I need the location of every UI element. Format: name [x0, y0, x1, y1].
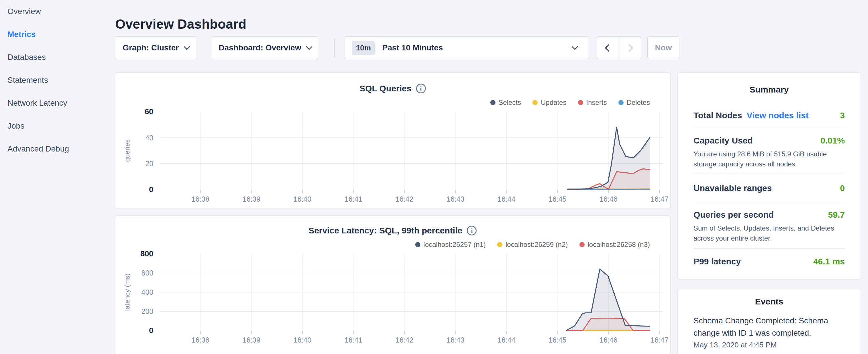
toolbar-divider [334, 38, 335, 58]
svg-text:16:46: 16:46 [599, 195, 618, 203]
svg-text:16:46: 16:46 [599, 336, 618, 344]
events-panel-title: Events [678, 297, 861, 307]
svg-text:200: 200 [141, 307, 153, 315]
summary-row-description: Sum of Selects, Updates, Inserts, and De… [693, 223, 845, 243]
now-button[interactable]: Now [647, 36, 679, 59]
time-pager [597, 36, 641, 59]
legend-item: Selects [490, 99, 521, 106]
legend-dot-icon [580, 242, 585, 247]
events-panel: Events Schema Change Completed: Schema c… [677, 289, 861, 354]
summary-row-value: 46.1 ms [813, 257, 845, 266]
time-range-badge: 10m [352, 41, 375, 55]
dashboard-dropdown[interactable]: Dashboard: Overview [212, 36, 318, 59]
svg-text:16:41: 16:41 [344, 336, 363, 344]
legend-item: Updates [532, 99, 566, 106]
legend-item: localhost:26258 (n3) [580, 240, 650, 249]
svg-text:16:39: 16:39 [242, 195, 260, 203]
legend-dot-icon [490, 100, 495, 105]
svg-text:16:47: 16:47 [651, 195, 669, 203]
chart-title: SQL Queries [359, 84, 411, 93]
chart-legend: SelectsUpdatesInsertsDeletes [490, 99, 650, 106]
summary-row-label: Unavailable ranges [693, 183, 772, 193]
chevron-right-icon [625, 44, 633, 52]
event-text: Schema Change Completed: Schema change w… [693, 315, 845, 339]
summary-row-capacity-used: Capacity Used 0.01% You are using 28.6 M… [693, 128, 845, 173]
svg-text:16:38: 16:38 [191, 336, 210, 344]
graph-scope-dropdown[interactable]: Graph: Cluster [115, 36, 197, 59]
legend-label: Deletes [627, 99, 650, 106]
legend-label: localhost:26258 (n3) [588, 240, 650, 249]
prev-interval-button[interactable] [597, 37, 619, 59]
svg-text:60: 60 [145, 107, 153, 116]
svg-text:16:47: 16:47 [651, 336, 669, 344]
info-icon[interactable]: i [416, 84, 426, 93]
legend-label: Inserts [586, 99, 607, 106]
summary-row-label: Total Nodes [693, 110, 742, 120]
summary-row-value: 3 [840, 110, 845, 120]
legend-item: Deletes [618, 99, 650, 106]
chevron-left-icon [605, 44, 613, 52]
chart-title: Service Latency: SQL, 99th percentile [309, 226, 463, 235]
sidebar-item-metrics[interactable]: Metrics [0, 23, 115, 46]
service-latency-chart-card: 16:3816:3916:4016:4116:4216:4316:4416:45… [115, 215, 671, 354]
summary-row-value: 0 [840, 183, 845, 193]
svg-text:16:40: 16:40 [293, 336, 311, 344]
chevron-down-icon [306, 43, 313, 50]
time-range-label: Past 10 Minutes [382, 43, 443, 53]
dashboard-dropdown-label: Dashboard: Overview [219, 43, 301, 53]
sidebar-nav: Overview Metrics Databases Statements Ne… [0, 0, 115, 354]
summary-panel-title: Summary [678, 85, 861, 95]
legend-dot-icon [532, 100, 537, 105]
time-range-dropdown[interactable]: 10m Past 10 Minutes [344, 36, 589, 59]
svg-text:16:45: 16:45 [549, 336, 566, 344]
summary-row-total-nodes: Total Nodes View nodes list 3 [693, 95, 845, 128]
legend-dot-icon [618, 100, 624, 105]
sidebar-item-statements[interactable]: Statements [0, 69, 115, 92]
chevron-down-icon [572, 43, 578, 50]
sidebar-item-databases[interactable]: Databases [0, 46, 115, 69]
svg-text:16:40: 16:40 [293, 195, 311, 203]
svg-text:400: 400 [141, 288, 153, 296]
summary-row-value: 0.01% [820, 136, 845, 146]
view-nodes-list-link[interactable]: View nodes list [746, 110, 808, 120]
chart-legend: localhost:26257 (n1)localhost:26259 (n2)… [415, 240, 650, 249]
summary-row-description: You are using 28.6 MiB of 515.9 GiB usab… [693, 149, 845, 169]
svg-text:16:39: 16:39 [242, 336, 260, 344]
svg-text:16:41: 16:41 [344, 195, 363, 203]
summary-row-p99-latency: P99 latency 46.1 ms [693, 248, 845, 280]
service-latency-chart-canvas[interactable]: 16:3816:3916:4016:4116:4216:4316:4416:45… [115, 216, 671, 354]
summary-row-queries-per-second: Queries per second 59.7 Sum of Selects, … [693, 202, 845, 248]
info-icon[interactable]: i [467, 226, 476, 235]
svg-text:16:42: 16:42 [396, 195, 413, 203]
svg-text:16:43: 16:43 [446, 336, 465, 344]
summary-row-value: 59.7 [828, 210, 845, 220]
event-timestamp: May 13, 2020 at 4:45 PM [693, 340, 845, 350]
legend-label: localhost:26257 (n1) [424, 240, 486, 249]
page-title: Overview Dashboard [115, 16, 246, 32]
svg-text:16:44: 16:44 [497, 336, 516, 344]
svg-text:16:45: 16:45 [549, 195, 566, 203]
summary-panel: Summary Total Nodes View nodes list 3 Ca… [677, 72, 861, 280]
legend-label: Updates [541, 99, 566, 106]
legend-item: localhost:26259 (n2) [497, 240, 568, 249]
summary-row-unavailable-ranges: Unavailable ranges 0 [693, 173, 845, 202]
legend-dot-icon [578, 100, 583, 105]
legend-label: localhost:26259 (n2) [505, 240, 568, 249]
svg-text:16:44: 16:44 [497, 195, 516, 203]
chevron-down-icon [184, 43, 190, 50]
legend-label: Selects [499, 99, 521, 106]
svg-text:16:43: 16:43 [446, 195, 465, 203]
svg-text:queries: queries [123, 139, 131, 162]
sidebar-item-advanced-debug[interactable]: Advanced Debug [0, 137, 115, 160]
svg-text:0: 0 [149, 185, 153, 194]
sidebar-item-overview[interactable]: Overview [0, 0, 115, 23]
sidebar-item-jobs[interactable]: Jobs [0, 115, 115, 137]
next-interval-button[interactable] [619, 37, 641, 59]
svg-text:16:38: 16:38 [191, 195, 210, 203]
summary-row-label: Capacity Used [693, 136, 753, 146]
now-button-label: Now [655, 43, 672, 53]
svg-text:20: 20 [145, 160, 153, 167]
event-list-item: Schema Change Completed: Schema change w… [678, 307, 861, 350]
sidebar-item-network-latency[interactable]: Network Latency [0, 92, 115, 115]
legend-item: Inserts [578, 99, 607, 106]
